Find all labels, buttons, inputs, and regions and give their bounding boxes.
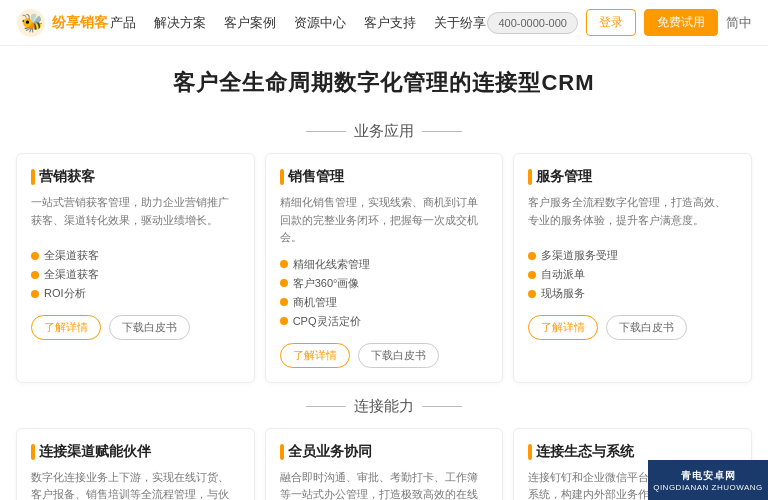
card-title-bar (280, 444, 284, 460)
card-desc-collab: 融合即时沟通、审批、考勤打卡、工作簿等一站式办公管理，打造极致高效的在线协同体系… (280, 469, 489, 500)
btn-detail-sales[interactable]: 了解详情 (280, 343, 350, 368)
card-title-collab: 全员业务协同 (280, 443, 489, 461)
card-title-sales: 销售管理 (280, 168, 489, 186)
feature-dot (528, 252, 536, 260)
svg-text:🐝: 🐝 (21, 12, 44, 34)
watermark-top-text: 青电安卓网 (681, 469, 736, 483)
card-desc-marketing: 一站式营销获客管理，助力企业营销推广获客、渠道转化效果，驱动业绩增长。 (31, 194, 240, 238)
card-desc-service: 客户服务全流程数字化管理，打造高效、专业的服务体验，提升客户满意度。 (528, 194, 737, 238)
header-actions: 400-0000-000 登录 免费试用 简中 (487, 9, 752, 36)
phone-button[interactable]: 400-0000-000 (487, 12, 578, 34)
watermark: 青电安卓网 QINGDIANAN ZHUOWANG (648, 460, 768, 500)
main-nav: 产品 解决方案 客户案例 资源中心 客户支持 关于纷享 (110, 14, 486, 32)
feature-item: 客户360°画像 (280, 274, 489, 293)
feature-dot (528, 271, 536, 279)
feature-item: 精细化线索管理 (280, 255, 489, 274)
btn-detail-service[interactable]: 了解详情 (528, 315, 598, 340)
card-marketing: 营销获客 一站式营销获客管理，助力企业营销推广获客、渠道转化效果，驱动业绩增长。… (16, 153, 255, 383)
feature-item: 全渠道获客 (31, 265, 240, 284)
btn-download-service[interactable]: 下载白皮书 (606, 315, 687, 340)
feature-item: 商机管理 (280, 293, 489, 312)
card-features-sales: 精细化线索管理 客户360°画像 商机管理 CPQ灵活定价 (280, 255, 489, 331)
feature-dot (280, 279, 288, 287)
feature-item: 现场服务 (528, 284, 737, 303)
feature-dot (280, 260, 288, 268)
feature-dot (31, 271, 39, 279)
card-actions-marketing: 了解详情 下载白皮书 (31, 315, 240, 340)
card-channel: 连接渠道赋能伙伴 数字化连接业务上下游，实现在线订货、客户报备、销售培训等全流程… (16, 428, 255, 500)
nav-item-resource[interactable]: 资源中心 (294, 14, 346, 32)
card-desc-sales: 精细化销售管理，实现线索、商机到订单回款的完整业务闭环，把握每一次成交机会。 (280, 194, 489, 247)
card-actions-service: 了解详情 下载白皮书 (528, 315, 737, 340)
card-service: 服务管理 客户服务全流程数字化管理，打造高效、专业的服务体验，提升客户满意度。 … (513, 153, 752, 383)
logo-icon: 🐝 (16, 8, 46, 38)
card-title-bar (31, 444, 35, 460)
card-desc-channel: 数字化连接业务上下游，实现在线订货、客户报备、销售培训等全流程管理，与伙伴共创共… (31, 469, 240, 500)
section-title-business: 业务应用 (0, 122, 768, 141)
logo-text: 纷享销客 (52, 14, 108, 32)
card-actions-sales: 了解详情 下载白皮书 (280, 343, 489, 368)
btn-download-marketing[interactable]: 下载白皮书 (109, 315, 190, 340)
language-selector[interactable]: 简中 (726, 14, 752, 32)
feature-item: ROI分析 (31, 284, 240, 303)
card-sales: 销售管理 精细化销售管理，实现线索、商机到订单回款的完整业务闭环，把握每一次成交… (265, 153, 504, 383)
business-cards-grid: 营销获客 一站式营销获客管理，助力企业营销推广获客、渠道转化效果，驱动业绩增长。… (0, 153, 768, 383)
feature-dot (31, 252, 39, 260)
feature-dot (280, 298, 288, 306)
card-title-bar (528, 444, 532, 460)
nav-item-about[interactable]: 关于纷享 (434, 14, 486, 32)
btn-download-sales[interactable]: 下载白皮书 (358, 343, 439, 368)
btn-detail-marketing[interactable]: 了解详情 (31, 315, 101, 340)
card-title-service: 服务管理 (528, 168, 737, 186)
feature-dot (31, 290, 39, 298)
section-title-text-connect: 连接能力 (354, 397, 414, 416)
feature-item: 多渠道服务受理 (528, 246, 737, 265)
feature-dot (280, 317, 288, 325)
login-button[interactable]: 登录 (586, 9, 636, 36)
card-title-bar (528, 169, 532, 185)
hero-title: 客户全生命周期数字化管理的连接型CRM (0, 68, 768, 98)
hero-section: 客户全生命周期数字化管理的连接型CRM (0, 46, 768, 112)
site-header: 🐝 纷享销客 产品 解决方案 客户案例 资源中心 客户支持 关于纷享 400-0… (0, 0, 768, 46)
feature-dot (528, 290, 536, 298)
card-title-bar (280, 169, 284, 185)
trial-button[interactable]: 免费试用 (644, 9, 718, 36)
card-title-marketing: 营销获客 (31, 168, 240, 186)
feature-item: 全渠道获客 (31, 246, 240, 265)
nav-item-product[interactable]: 产品 (110, 14, 136, 32)
section-title-text-business: 业务应用 (354, 122, 414, 141)
nav-item-solution[interactable]: 解决方案 (154, 14, 206, 32)
card-features-service: 多渠道服务受理 自动派单 现场服务 (528, 246, 737, 303)
feature-item: 自动派单 (528, 265, 737, 284)
watermark-bottom-text: QINGDIANAN ZHUOWANG (653, 483, 763, 492)
feature-item: CPQ灵活定价 (280, 312, 489, 331)
logo-area: 🐝 纷享销客 (16, 8, 108, 38)
nav-item-case[interactable]: 客户案例 (224, 14, 276, 32)
card-title-ecosystem: 连接生态与系统 (528, 443, 737, 461)
card-title-channel: 连接渠道赋能伙伴 (31, 443, 240, 461)
section-title-connect: 连接能力 (0, 397, 768, 416)
card-title-bar (31, 169, 35, 185)
nav-item-support[interactable]: 客户支持 (364, 14, 416, 32)
card-collab: 全员业务协同 融合即时沟通、审批、考勤打卡、工作簿等一站式办公管理，打造极致高效… (265, 428, 504, 500)
card-features-marketing: 全渠道获客 全渠道获客 ROI分析 (31, 246, 240, 303)
